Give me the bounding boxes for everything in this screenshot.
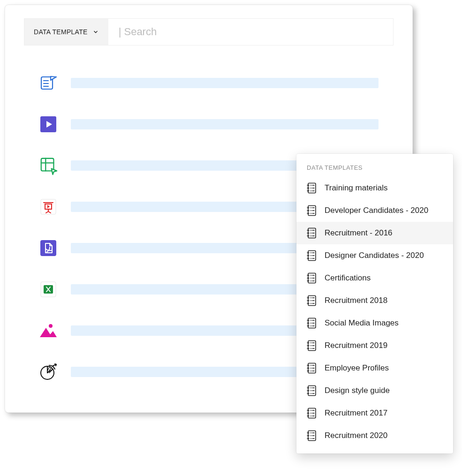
svg-point-88 — [311, 303, 311, 304]
dropdown-items: Training materials Developer Candidates … — [296, 177, 453, 447]
svg-point-116 — [311, 368, 311, 369]
svg-point-138 — [311, 416, 311, 416]
pdf-icon — [39, 239, 58, 257]
svg-marker-4 — [51, 76, 56, 80]
svg-point-48 — [311, 213, 311, 214]
svg-rect-18 — [40, 240, 56, 256]
announce-icon — [39, 74, 58, 92]
svg-point-128 — [311, 393, 311, 394]
template-label: Design style guide — [325, 386, 390, 395]
svg-point-118 — [311, 370, 311, 371]
template-icon — [307, 317, 317, 329]
placeholder-bar — [71, 78, 379, 88]
template-option[interactable]: Employee Profiles — [296, 357, 453, 379]
template-icon — [307, 295, 317, 306]
template-option[interactable]: Training materials — [296, 177, 453, 199]
template-label: Recruitment - 2016 — [325, 228, 393, 238]
search-bar: DATA TEMPLATE — [24, 18, 394, 45]
svg-point-106 — [311, 345, 311, 346]
template-label: Recruitment 2019 — [325, 341, 387, 350]
svg-point-46 — [311, 210, 311, 211]
template-label: Recruitment 2017 — [325, 408, 387, 418]
image-icon — [39, 321, 58, 340]
chevron-down-icon — [92, 29, 99, 35]
template-icon — [307, 430, 317, 441]
svg-point-58 — [311, 235, 311, 236]
template-option[interactable]: Developer Candidates - 2020 — [296, 199, 453, 222]
excel-icon — [39, 280, 58, 299]
result-row[interactable] — [39, 62, 379, 104]
svg-point-124 — [311, 387, 311, 388]
template-icon — [307, 363, 317, 374]
search-input[interactable] — [108, 19, 393, 45]
template-option[interactable]: Designer Candidates - 2020 — [296, 244, 453, 267]
template-option[interactable]: Recruitment - 2016 — [296, 222, 453, 244]
svg-point-98 — [311, 325, 311, 326]
template-option[interactable]: Design style guide — [296, 379, 453, 402]
svg-point-134 — [311, 410, 311, 411]
slideshow-icon — [39, 197, 58, 216]
template-label: Recruitment 2018 — [325, 296, 387, 305]
svg-point-68 — [311, 258, 311, 259]
template-icon — [307, 272, 317, 284]
template-icon — [307, 227, 317, 239]
svg-point-44 — [311, 207, 311, 208]
svg-point-144 — [311, 432, 311, 433]
svg-point-86 — [311, 300, 311, 301]
svg-point-108 — [311, 348, 311, 349]
template-label: Certifications — [325, 273, 371, 283]
svg-point-56 — [311, 233, 311, 234]
svg-point-84 — [311, 297, 311, 298]
template-option[interactable]: Recruitment 2019 — [296, 334, 453, 357]
template-icon — [307, 182, 317, 194]
template-option[interactable]: Recruitment 2018 — [296, 289, 453, 312]
svg-point-74 — [311, 275, 311, 276]
template-option[interactable]: Social Media Images — [296, 312, 453, 334]
svg-point-38 — [311, 190, 311, 191]
svg-point-94 — [311, 320, 311, 321]
dropdown-header: DATA TEMPLATES — [296, 159, 453, 177]
template-icon — [307, 340, 317, 351]
svg-point-78 — [311, 280, 311, 281]
svg-point-54 — [311, 230, 311, 231]
data-templates-dropdown: DATA TEMPLATES Training materials Develo… — [296, 154, 453, 453]
svg-point-114 — [311, 365, 311, 366]
svg-point-146 — [311, 435, 311, 436]
template-icon — [307, 408, 317, 419]
template-icon — [307, 385, 317, 396]
template-icon — [307, 250, 317, 261]
result-row[interactable] — [39, 104, 379, 145]
svg-point-36 — [311, 188, 311, 189]
svg-point-148 — [311, 438, 311, 439]
placeholder-bar — [71, 119, 379, 129]
svg-marker-24 — [40, 328, 57, 337]
template-option[interactable]: Certifications — [296, 267, 453, 289]
svg-point-66 — [311, 255, 311, 256]
svg-point-23 — [49, 324, 53, 328]
svg-marker-10 — [52, 169, 57, 174]
template-option[interactable]: Recruitment 2017 — [296, 402, 453, 424]
svg-point-126 — [311, 390, 311, 391]
template-icon — [307, 205, 317, 216]
pie-icon — [39, 363, 58, 381]
play-solid-icon — [39, 115, 58, 134]
template-label: Designer Candidates - 2020 — [325, 251, 424, 260]
svg-point-96 — [311, 323, 311, 324]
svg-point-136 — [311, 413, 311, 414]
table-cursor-icon — [39, 156, 58, 175]
template-label: Developer Candidates - 2020 — [325, 206, 428, 215]
svg-point-76 — [311, 278, 311, 279]
filter-label: DATA TEMPLATE — [34, 28, 88, 36]
svg-point-104 — [311, 342, 311, 343]
template-label: Recruitment 2020 — [325, 431, 387, 440]
template-label: Training materials — [325, 183, 387, 193]
svg-point-64 — [311, 252, 311, 253]
template-label: Social Media Images — [325, 318, 399, 328]
filter-dropdown-button[interactable]: DATA TEMPLATE — [24, 19, 108, 45]
template-label: Employee Profiles — [325, 363, 389, 373]
svg-point-34 — [311, 185, 311, 186]
template-option[interactable]: Recruitment 2020 — [296, 424, 453, 447]
